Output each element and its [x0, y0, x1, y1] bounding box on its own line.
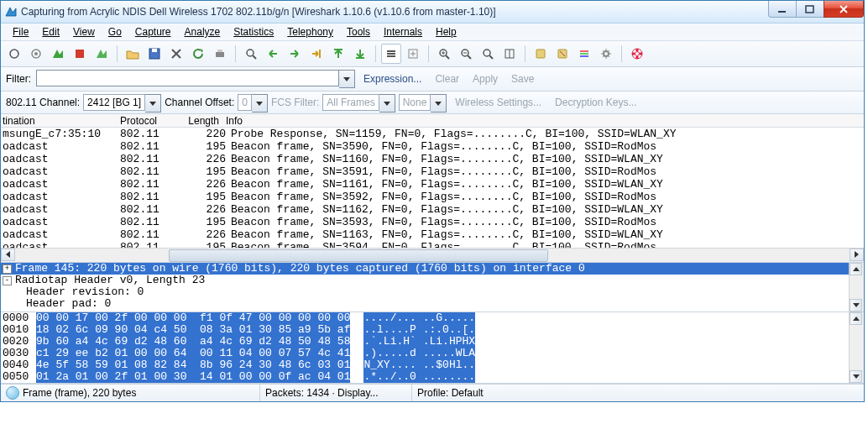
table-row[interactable]: oadcast802.11226Beacon frame, SN=1162, F… [1, 203, 864, 216]
go-to-packet-icon[interactable] [306, 44, 327, 64]
filter-dropdown-button[interactable] [339, 70, 355, 88]
table-row[interactable]: oadcast802.11195Beacon frame, SN=3591, F… [1, 165, 864, 178]
go-last-icon[interactable] [350, 44, 370, 64]
go-forward-icon[interactable] [285, 44, 305, 64]
coloring-rules-icon[interactable] [574, 44, 594, 64]
packet-list-header[interactable]: tination Protocol Length Info [1, 114, 864, 128]
hex-row[interactable]: 0030c1 29 ee b2 01 00 00 64 00 11 04 00 … [1, 348, 849, 359]
table-row[interactable]: msungE_c7:35:10802.11220Probe Response, … [1, 128, 864, 140]
filter-clear-button[interactable]: Clear [430, 73, 464, 85]
table-row[interactable]: oadcast802.11226Beacon frame, SN=1163, F… [1, 228, 864, 241]
menu-edit[interactable]: Edit [35, 24, 66, 39]
svg-point-2 [10, 50, 18, 58]
detail-radiotap-line: -Radiotap Header v0, Length 23 [1, 275, 849, 286]
packet-details-pane: +Frame 145: 220 bytes on wire (1760 bits… [1, 263, 864, 312]
restart-capture-icon[interactable] [92, 44, 112, 64]
menu-help[interactable]: Help [429, 24, 463, 39]
go-back-icon[interactable] [263, 44, 283, 64]
status-packets-section[interactable]: Packets: 1434 · Display... [260, 385, 412, 401]
interfaces-icon[interactable] [4, 44, 24, 64]
packet-list-pane: tination Protocol Length Info msungE_c7:… [1, 114, 864, 263]
autoscroll-icon[interactable] [403, 44, 423, 64]
packet-details-body[interactable]: +Frame 145: 220 bytes on wire (1760 bits… [1, 263, 849, 311]
zoom-reset-icon[interactable] [478, 44, 498, 64]
colorize-icon[interactable] [381, 44, 401, 64]
stop-capture-icon[interactable] [70, 44, 90, 64]
packet-bytes-body[interactable]: 000000 00 17 00 2f 00 00 00 f1 0f 47 00 … [1, 312, 849, 383]
expert-info-icon[interactable] [6, 386, 19, 400]
go-first-icon[interactable] [328, 44, 348, 64]
horizontal-scrollbar[interactable] [1, 248, 864, 262]
menu-capture[interactable]: Capture [128, 24, 178, 39]
chevron-down-icon [145, 94, 161, 113]
hex-row[interactable]: 00404e 5f 58 59 01 08 82 84 8b 96 24 30 … [1, 359, 849, 371]
toolbar-separator [525, 45, 526, 62]
table-row[interactable]: oadcast802.11195Beacon frame, SN=3593, F… [1, 216, 864, 228]
table-row[interactable]: oadcast802.11195Beacon frame, SN=3590, F… [1, 140, 864, 153]
decryption-keys-button[interactable]: Decryption Keys... [550, 97, 641, 108]
filter-input[interactable] [36, 70, 339, 86]
expand-icon[interactable]: + [3, 264, 12, 274]
channel-combo[interactable]: 2412 [BG 1] [83, 94, 161, 111]
filter-expression-button[interactable]: Expression... [358, 73, 426, 85]
fcs-combo[interactable]: All Frames [322, 94, 395, 111]
display-filters-icon[interactable] [552, 44, 573, 64]
none-combo[interactable]: None [399, 94, 447, 111]
save-file-icon[interactable] [144, 44, 165, 64]
scroll-up-icon [850, 263, 862, 275]
resize-columns-icon[interactable] [499, 44, 520, 64]
scroll-right-icon [850, 249, 864, 261]
capture-filters-icon[interactable] [531, 44, 551, 64]
table-row[interactable]: oadcast802.11226Beacon frame, SN=1161, F… [1, 178, 864, 191]
zoom-out-icon[interactable] [456, 44, 476, 64]
close-file-icon[interactable] [166, 44, 186, 64]
svg-point-32 [604, 51, 609, 56]
help-icon[interactable] [627, 44, 647, 64]
svg-line-24 [489, 55, 493, 59]
table-row[interactable]: oadcast802.11226Beacon frame, SN=1160, F… [1, 153, 864, 165]
menubar: File Edit View Go Capture Analyze Statis… [1, 24, 864, 41]
hex-row[interactable]: 00209b 60 a4 4c 69 d2 48 60 a4 4c 69 d2 … [1, 336, 849, 348]
vertical-scrollbar[interactable] [849, 312, 864, 383]
wireless-settings-button[interactable]: Wireless Settings... [450, 97, 546, 108]
table-row[interactable]: oadcast802.11195Beacon frame, SN=3592, F… [1, 191, 864, 203]
wireless-toolbar: 802.11 Channel: 2412 [BG 1] Channel Offs… [1, 92, 864, 114]
status-frame-section[interactable]: Frame (frame), 220 bytes [1, 385, 260, 401]
collapse-icon[interactable]: - [3, 276, 12, 285]
print-icon[interactable] [210, 44, 230, 64]
hex-row[interactable]: 005001 2a 01 00 2f 01 00 30 14 01 00 00 … [1, 371, 849, 383]
detail-header-rev-line: Header revision: 0 [1, 286, 849, 298]
menu-internals[interactable]: Internals [377, 24, 429, 39]
menu-file[interactable]: File [6, 24, 35, 39]
menu-statistics[interactable]: Statistics [227, 24, 280, 39]
filter-save-button[interactable]: Save [506, 73, 539, 85]
status-profile-section[interactable]: Profile: Default [412, 385, 864, 401]
start-capture-icon[interactable] [48, 44, 68, 64]
zoom-in-icon[interactable] [434, 44, 454, 64]
options-icon[interactable] [26, 44, 46, 64]
find-icon[interactable] [241, 44, 261, 64]
filter-apply-button[interactable]: Apply [468, 73, 503, 85]
scrollbar-thumb [169, 249, 548, 262]
offset-combo[interactable]: 0 [238, 94, 268, 111]
window-minimize-button[interactable] [768, 1, 797, 18]
menu-tools[interactable]: Tools [340, 24, 377, 39]
hex-row[interactable]: 000000 00 17 00 2f 00 00 00 f1 0f 47 00 … [1, 312, 849, 324]
window-maximize-button[interactable] [796, 1, 824, 18]
menu-go[interactable]: Go [102, 24, 128, 39]
offset-label: Channel Offset: [165, 97, 234, 108]
table-row[interactable]: oadcast802.11195Beacon frame, SN=3594, F… [1, 241, 864, 248]
reload-icon[interactable] [188, 44, 208, 64]
vertical-scrollbar[interactable] [849, 263, 864, 311]
packet-list-body[interactable]: msungE_c7:35:10802.11220Probe Response, … [1, 128, 864, 248]
detail-frame-line: +Frame 145: 220 bytes on wire (1760 bits… [1, 263, 849, 275]
open-file-icon[interactable] [123, 44, 143, 64]
window-close-button[interactable] [824, 1, 864, 18]
preferences-icon[interactable] [596, 44, 616, 64]
svg-rect-9 [217, 50, 222, 52]
menu-analyze[interactable]: Analyze [178, 24, 227, 39]
menu-telephony[interactable]: Telephony [280, 24, 340, 39]
menu-view[interactable]: View [66, 24, 102, 39]
hex-row[interactable]: 001018 02 6c 09 90 04 c4 50 08 3a 01 30 … [1, 324, 849, 336]
titlebar[interactable]: Capturing from Acrylic NDIS Dell Wireles… [1, 1, 864, 24]
